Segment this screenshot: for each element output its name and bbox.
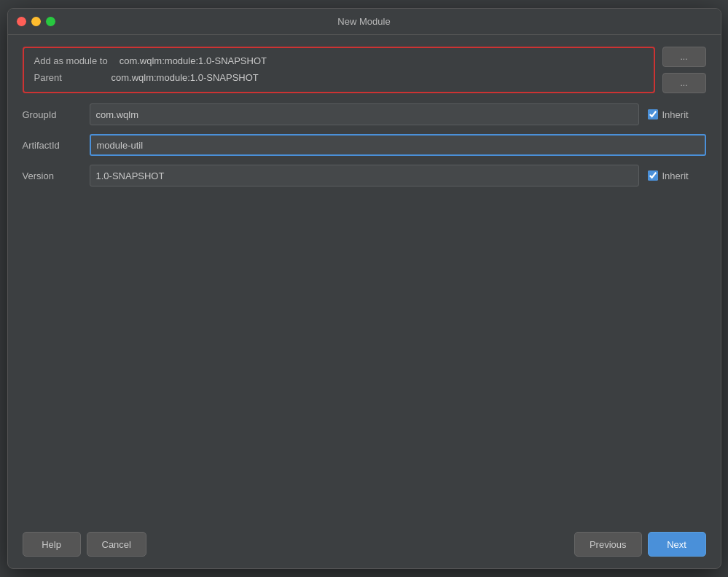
- add-as-module-line: Add as module to com.wqlm:module:1.0-SNA…: [34, 55, 643, 66]
- groupid-inherit-label: Inherit: [662, 109, 689, 120]
- dialog-title: New Module: [337, 16, 390, 27]
- module-browse-button-1[interactable]: ...: [662, 47, 706, 67]
- parent-line: Parent com.wqlm:module:1.0-SNAPSHOT: [34, 72, 643, 83]
- cancel-button[interactable]: Cancel: [87, 532, 146, 557]
- title-bar: New Module: [8, 9, 721, 35]
- parent-label: Parent: [34, 72, 100, 83]
- previous-button[interactable]: Previous: [574, 532, 642, 557]
- version-inherit-label: Inherit: [662, 170, 689, 181]
- artifactid-label: ArtifactId: [23, 140, 81, 151]
- groupid-label: GroupId: [23, 109, 81, 120]
- module-info-row: Add as module to com.wqlm:module:1.0-SNA…: [23, 47, 706, 93]
- parent-value: com.wqlm:module:1.0-SNAPSHOT: [111, 72, 259, 83]
- groupid-inherit-wrapper: Inherit: [648, 109, 706, 120]
- dialog-content: Add as module to com.wqlm:module:1.0-SNA…: [8, 35, 721, 523]
- version-row: Version Inherit: [23, 165, 706, 187]
- footer-right-buttons: Previous Next: [574, 532, 706, 557]
- version-input[interactable]: [90, 165, 639, 187]
- new-module-dialog: New Module Add as module to com.wqlm:mod…: [7, 8, 721, 569]
- groupid-row: GroupId Inherit: [23, 103, 706, 125]
- add-as-module-label: Add as module to: [34, 55, 108, 66]
- add-as-module-value: com.wqlm:module:1.0-SNAPSHOT: [120, 55, 267, 66]
- artifactid-row: ArtifactId: [23, 134, 706, 156]
- module-browse-button-2[interactable]: ...: [662, 73, 706, 93]
- close-button[interactable]: [17, 17, 26, 26]
- dialog-footer: Help Cancel Previous Next: [8, 523, 721, 568]
- version-inherit-wrapper: Inherit: [648, 170, 706, 181]
- module-info-box: Add as module to com.wqlm:module:1.0-SNA…: [23, 47, 655, 93]
- next-button[interactable]: Next: [648, 532, 706, 557]
- minimize-button[interactable]: [31, 17, 41, 26]
- groupid-inherit-checkbox[interactable]: [648, 109, 658, 119]
- version-label: Version: [23, 170, 81, 181]
- artifactid-input[interactable]: [90, 134, 706, 156]
- groupid-input[interactable]: [90, 103, 639, 125]
- version-inherit-checkbox[interactable]: [648, 170, 658, 181]
- window-controls: [17, 17, 55, 26]
- module-info-buttons: ... ...: [662, 47, 706, 93]
- footer-left-buttons: Help Cancel: [23, 532, 146, 557]
- help-button[interactable]: Help: [23, 532, 81, 557]
- maximize-button[interactable]: [46, 17, 55, 26]
